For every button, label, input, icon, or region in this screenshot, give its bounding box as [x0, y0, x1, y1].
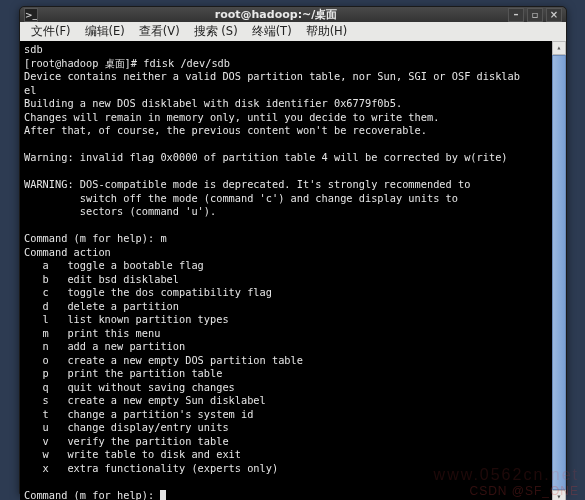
window-controls: – ▫ × — [508, 8, 562, 22]
menubar: 文件(F) 编辑(E) 查看(V) 搜索 (S) 终端(T) 帮助(H) — [20, 22, 566, 41]
scroll-up-button[interactable]: ▴ — [552, 41, 566, 55]
menu-help[interactable]: 帮助(H) — [301, 22, 353, 41]
scroll-track[interactable] — [552, 55, 566, 490]
cursor — [160, 490, 166, 501]
minimize-button[interactable]: – — [508, 8, 524, 22]
terminal-area: sdb [root@hadoop 桌面]# fdisk /dev/sdb Dev… — [20, 41, 566, 500]
menu-view[interactable]: 查看(V) — [134, 22, 185, 41]
menu-terminal[interactable]: 终端(T) — [247, 22, 297, 41]
maximize-button[interactable]: ▫ — [527, 8, 543, 22]
window-title: root@hadoop:~/桌面 — [44, 7, 508, 22]
titlebar[interactable]: >_ root@hadoop:~/桌面 – ▫ × — [20, 7, 566, 22]
menu-file[interactable]: 文件(F) — [26, 22, 76, 41]
scroll-thumb[interactable] — [552, 55, 566, 490]
scroll-down-button[interactable]: ▾ — [552, 490, 566, 500]
close-button[interactable]: × — [546, 8, 562, 22]
terminal-window: >_ root@hadoop:~/桌面 – ▫ × 文件(F) 编辑(E) 查看… — [19, 6, 567, 494]
scrollbar[interactable]: ▴ ▾ — [552, 41, 566, 500]
terminal-icon: >_ — [24, 8, 38, 22]
menu-search[interactable]: 搜索 (S) — [189, 22, 243, 41]
menu-edit[interactable]: 编辑(E) — [80, 22, 130, 41]
terminal-output[interactable]: sdb [root@hadoop 桌面]# fdisk /dev/sdb Dev… — [20, 41, 552, 500]
